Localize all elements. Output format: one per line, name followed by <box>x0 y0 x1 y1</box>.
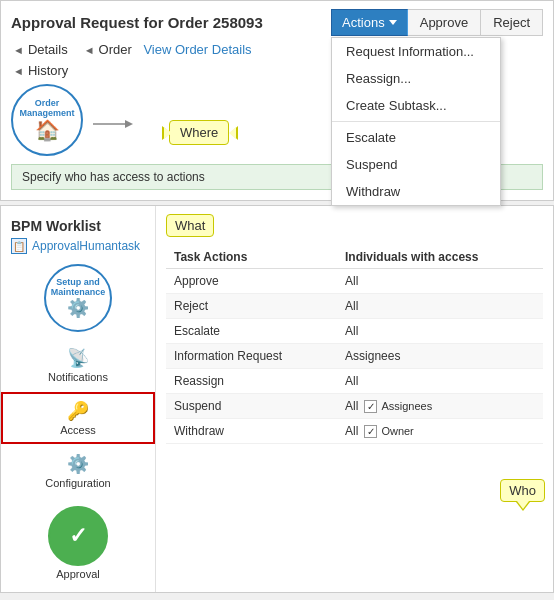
action-escalate: Escalate <box>166 319 337 344</box>
nav-order: ◄ Order View Order Details <box>84 42 252 57</box>
order-arrow-icon: ◄ <box>84 44 95 56</box>
actions-dropdown: Request Information... Reassign... Creat… <box>331 37 501 206</box>
access-info-request: Assignees <box>337 344 543 369</box>
history-item: ◄ History <box>13 63 68 78</box>
configuration-button[interactable]: ⚙️ Configuration <box>1 446 155 496</box>
bottom-panel: BPM Worklist 📋 ApprovalHumantask Setup a… <box>0 205 554 593</box>
action-info-request: Information Request <box>166 344 337 369</box>
access-suspend: All Assignees <box>337 394 543 419</box>
gear-icon: ⚙️ <box>67 297 89 319</box>
action-approve: Approve <box>166 269 337 294</box>
approve-button[interactable]: Approve <box>408 9 481 36</box>
table-row: Reassign All <box>166 369 543 394</box>
view-order-link[interactable]: View Order Details <box>143 42 251 57</box>
menu-item-create-subtask[interactable]: Create Subtask... <box>332 92 500 119</box>
main-content: What Task Actions Individuals with acces… <box>156 206 553 592</box>
notifications-icon: 📡 <box>67 347 89 369</box>
access-reassign: All <box>337 369 543 394</box>
access-reject: All <box>337 294 543 319</box>
caret-icon <box>389 20 397 25</box>
actions-group: Actions Request Information... Reassign.… <box>331 9 543 36</box>
title-row: Approval Request for Order 258093 Action… <box>11 9 543 36</box>
notifications-button[interactable]: 📡 Notifications <box>1 340 155 390</box>
access-icon: 🔑 <box>67 400 89 422</box>
col-individuals: Individuals with access <box>337 246 543 269</box>
nav-details: ◄ Details <box>13 42 68 57</box>
where-tooltip: Where <box>169 120 229 145</box>
approval-label: Approval <box>1 568 155 584</box>
page-title: Approval Request for Order 258093 <box>11 14 263 31</box>
menu-item-request-info[interactable]: Request Information... <box>332 38 500 65</box>
owner-checkbox[interactable] <box>364 425 377 438</box>
table-row: Escalate All <box>166 319 543 344</box>
table-row: Suspend All Assignees <box>166 394 543 419</box>
table-row: Withdraw All Owner <box>166 419 543 444</box>
suspend-checkboxes: Assignees <box>364 400 432 413</box>
menu-item-withdraw[interactable]: Withdraw <box>332 178 500 205</box>
svg-marker-1 <box>125 120 133 128</box>
col-task-actions: Task Actions <box>166 246 337 269</box>
configuration-icon: ⚙️ <box>67 453 89 475</box>
order-management-circle: Order Management 🏠 <box>11 84 83 156</box>
what-tooltip: What <box>166 214 214 237</box>
access-button[interactable]: 🔑 Access <box>1 392 155 444</box>
left-sidebar: BPM Worklist 📋 ApprovalHumantask Setup a… <box>1 206 156 592</box>
withdraw-checkboxes: Owner <box>364 425 413 438</box>
details-arrow-icon: ◄ <box>13 44 24 56</box>
menu-item-escalate[interactable]: Escalate <box>332 124 500 151</box>
menu-item-suspend[interactable]: Suspend <box>332 151 500 178</box>
house-icon: 🏠 <box>35 118 60 142</box>
arrow-connector <box>93 114 133 134</box>
who-tooltip: Who <box>500 479 545 502</box>
menu-divider <box>332 121 500 122</box>
access-withdraw: All Owner <box>337 419 543 444</box>
table-row: Approve All <box>166 269 543 294</box>
action-reassign: Reassign <box>166 369 337 394</box>
access-approve: All <box>337 269 543 294</box>
approval-circle: ✓ <box>48 506 108 566</box>
table-row: Information Request Assignees <box>166 344 543 369</box>
setup-maintenance-circle: Setup and Maintenance ⚙️ <box>44 264 112 332</box>
action-suspend: Suspend <box>166 394 337 419</box>
top-panel: Approval Request for Order 258093 Action… <box>0 0 554 201</box>
reject-button[interactable]: Reject <box>481 9 543 36</box>
approval-humantask-link[interactable]: 📋 ApprovalHumantask <box>1 236 155 256</box>
access-escalate: All <box>337 319 543 344</box>
bpm-title: BPM Worklist <box>1 214 155 236</box>
check-icon: ✓ <box>69 523 87 549</box>
table-row: Reject All <box>166 294 543 319</box>
action-reject: Reject <box>166 294 337 319</box>
action-withdraw: Withdraw <box>166 419 337 444</box>
menu-item-reassign[interactable]: Reassign... <box>332 65 500 92</box>
approval-icon: 📋 <box>11 238 27 254</box>
task-table: Task Actions Individuals with access App… <box>166 246 543 444</box>
assignees-checkbox[interactable] <box>364 400 377 413</box>
actions-button[interactable]: Actions <box>331 9 408 36</box>
history-arrow-icon: ◄ <box>13 65 24 77</box>
sidebar-nav-buttons: 📡 Notifications 🔑 Access ⚙️ Configuratio… <box>1 340 155 496</box>
